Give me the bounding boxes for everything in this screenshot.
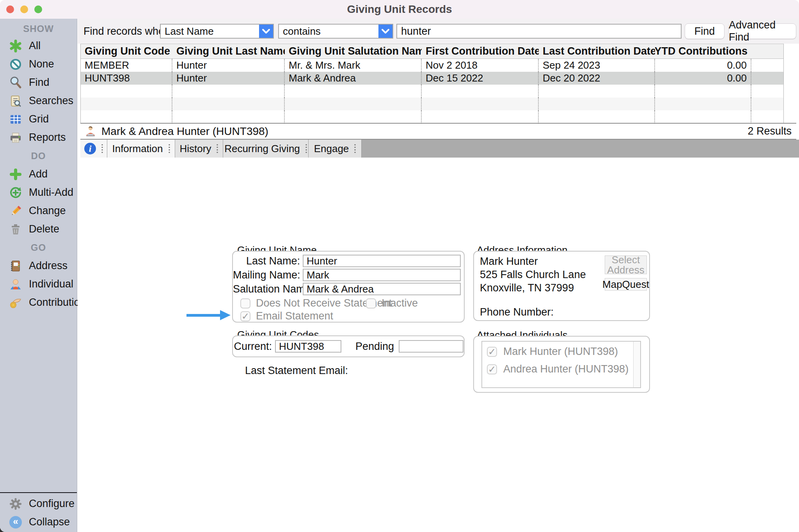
find-button[interactable]: Find: [685, 23, 724, 39]
sidebar-item-find[interactable]: Find: [0, 73, 77, 92]
tab-recurring-giving[interactable]: Recurring Giving: [223, 140, 309, 158]
results-table: Giving Unit Code Giving Unit Last Name^ …: [80, 44, 784, 124]
sidebar-item-contributions[interactable]: Contributions: [0, 293, 77, 312]
mapquest-button[interactable]: MapQuest: [605, 278, 647, 291]
table-row-empty[interactable]: [81, 98, 783, 110]
sidebar: SHOW All None Find Searches: [0, 19, 77, 532]
chevron-down-icon[interactable]: [378, 25, 392, 38]
sidebar-item-individual[interactable]: Individual: [0, 275, 77, 293]
salutation-name-label: Salutation Name:: [233, 283, 300, 295]
sidebar-item-label: Grid: [29, 113, 49, 125]
mailing-name-field[interactable]: [303, 269, 461, 281]
mailing-name-label: Mailing Name:: [233, 269, 300, 281]
tab-information[interactable]: Information: [107, 140, 175, 158]
sidebar-item-all[interactable]: All: [0, 37, 77, 55]
saved-search-icon: [9, 94, 23, 108]
pending-code-label: Pending: [355, 340, 394, 353]
kebab-menu-icon[interactable]: [354, 144, 356, 154]
tab-record-info[interactable]: i: [80, 140, 107, 158]
column-header-sorted[interactable]: Giving Unit Last Name^: [172, 44, 285, 59]
sidebar-item-searches[interactable]: Searches: [0, 92, 77, 110]
sidebar-item-grid[interactable]: Grid: [0, 110, 77, 128]
kebab-menu-icon[interactable]: [217, 144, 218, 154]
sidebar-item-label: Multi-Add: [29, 186, 73, 199]
gear-icon: [9, 497, 23, 511]
sidebar-item-multi-add[interactable]: Multi-Add: [0, 183, 77, 202]
sidebar-item-delete[interactable]: Delete: [0, 220, 77, 238]
sidebar-item-label: Find: [29, 76, 50, 89]
kebab-menu-icon[interactable]: [169, 144, 170, 154]
tab-engage[interactable]: Engage: [309, 140, 362, 158]
sidebar-item-none[interactable]: None: [0, 55, 77, 73]
inactive-checkbox[interactable]: ✓ Inactive: [366, 297, 418, 309]
column-header[interactable]: Giving Unit Code: [81, 44, 172, 59]
sidebar-item-label: Individual: [29, 278, 73, 290]
close-window-button[interactable]: [6, 5, 14, 13]
traffic-lights: [0, 0, 42, 19]
last-name-label: Last Name:: [233, 255, 300, 267]
current-code-field[interactable]: [275, 340, 341, 353]
sidebar-item-label: None: [29, 58, 54, 70]
address-information-panel: Mark Hunter 525 Falls Church Lane Knoxvi…: [473, 251, 650, 321]
salutation-name-field[interactable]: [303, 283, 461, 295]
search-input[interactable]: [396, 24, 682, 39]
attached-individual-row[interactable]: ✓ Andrea Hunter (HUNT398): [482, 359, 640, 377]
window-title: Giving Unit Records: [347, 3, 452, 16]
tab-history[interactable]: History: [175, 140, 223, 158]
kebab-menu-icon[interactable]: [101, 144, 103, 154]
checkbox-checked-icon[interactable]: ✓: [240, 311, 250, 321]
record-title: Mark & Andrea Hunter (HUNT398): [101, 125, 268, 138]
sidebar-item-reports[interactable]: Reports: [0, 128, 77, 147]
table-row-empty[interactable]: [81, 110, 783, 123]
chevron-down-icon[interactable]: [259, 25, 273, 38]
minimize-window-button[interactable]: [20, 5, 28, 13]
attached-individual-row[interactable]: ✓ Mark Hunter (HUNT398): [482, 342, 640, 359]
scrollbar-track[interactable]: [633, 342, 640, 387]
checkbox-checked-icon[interactable]: ✓: [487, 347, 497, 357]
advanced-find-button[interactable]: Advanced Find: [728, 23, 796, 39]
multi-add-icon: [9, 186, 23, 200]
asterisk-icon: [9, 39, 23, 53]
checkbox-icon[interactable]: ✓: [240, 298, 250, 309]
coin-hand-icon: [9, 296, 23, 310]
sidebar-item-label: Reports: [29, 131, 66, 144]
trash-icon: [9, 222, 23, 236]
column-header[interactable]: First Contribution Date: [422, 44, 539, 59]
title-bar: Giving Unit Records: [0, 0, 799, 19]
sidebar-item-label: Address: [29, 260, 67, 272]
select-address-button[interactable]: Select Address: [605, 255, 647, 274]
sidebar-section-go: GO: [0, 238, 77, 257]
table-row-empty[interactable]: [81, 85, 783, 98]
attached-individuals-panel: ✓ Mark Hunter (HUNT398) ✓ Andrea Hunter …: [473, 336, 650, 393]
table-row-selected[interactable]: HUNT398 Hunter Mark & Andrea Dec 15 2022…: [81, 72, 783, 85]
address-text: Mark Hunter 525 Falls Church Lane Knoxvi…: [480, 255, 586, 294]
sidebar-item-change[interactable]: Change: [0, 202, 77, 220]
sidebar-item-configure[interactable]: Configure: [0, 495, 77, 513]
sidebar-item-label: Searches: [29, 95, 73, 107]
checkbox-checked-icon[interactable]: ✓: [487, 364, 497, 374]
sidebar-section-show: SHOW: [0, 21, 77, 37]
kebab-menu-icon[interactable]: [305, 144, 307, 154]
table-row[interactable]: MEMBER Hunter Mr. & Mrs. Mark Nov 2 2018…: [81, 59, 783, 72]
zoom-window-button[interactable]: [34, 5, 42, 13]
sidebar-item-add[interactable]: Add: [0, 165, 77, 183]
app-window: Giving Unit Records SHOW All None Find: [0, 0, 799, 532]
email-statement-checkbox[interactable]: ✓ Email Statement: [240, 310, 333, 322]
collapse-icon: «: [9, 515, 23, 529]
sidebar-item-collapse[interactable]: « Collapse: [0, 513, 77, 531]
printer-icon: [9, 131, 23, 145]
column-header[interactable]: Giving Unit Salutation Name: [285, 44, 422, 59]
find-operator-select[interactable]: contains: [278, 24, 393, 39]
main-area: Find records where Last Name contains Fi…: [78, 19, 799, 532]
person-laptop-icon: [83, 124, 98, 138]
checkbox-icon[interactable]: ✓: [366, 298, 376, 309]
column-header[interactable]: YTD Contributions: [655, 44, 751, 59]
find-field-select[interactable]: Last Name: [160, 24, 274, 39]
pencil-icon: [9, 204, 23, 218]
sidebar-item-label: Collapse: [29, 516, 70, 528]
last-name-field[interactable]: [303, 255, 461, 267]
table-header-row: Giving Unit Code Giving Unit Last Name^ …: [81, 44, 783, 59]
sidebar-item-address[interactable]: Address: [0, 257, 77, 275]
column-header[interactable]: Last Contribution Date: [539, 44, 655, 59]
pending-code-field[interactable]: [399, 340, 463, 353]
